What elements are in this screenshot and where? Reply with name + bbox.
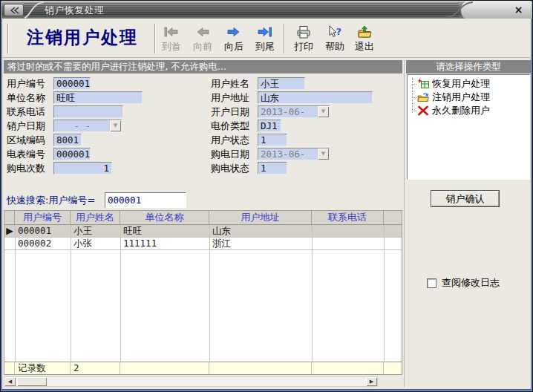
column-header[interactable]: 用户地址 <box>209 211 312 224</box>
cell-phone <box>312 238 384 249</box>
column-header[interactable]: 单位名称 <box>120 211 209 224</box>
footer-cell <box>384 362 402 374</box>
nav-first-button[interactable]: 到首 <box>156 23 187 56</box>
exit-label: 退出 <box>355 42 374 52</box>
view-log-checkbox-row[interactable]: 查阅修改日志 <box>427 277 500 289</box>
window-logo-icon[interactable] <box>4 4 24 16</box>
help-button[interactable]: ? 帮助 <box>319 23 350 56</box>
exit-button[interactable]: 退出 <box>349 23 380 56</box>
chevron-down-icon[interactable]: ▼ <box>110 120 121 131</box>
svg-text:?: ? <box>336 26 342 37</box>
page-title: 注销用户处理 <box>13 26 151 49</box>
phone-field[interactable] <box>53 105 123 118</box>
row-marker-icon: ▶ <box>4 225 15 237</box>
footer-cell <box>312 362 384 374</box>
nav-last-label: 到尾 <box>255 42 275 52</box>
field-label: 用户状态 <box>211 134 249 146</box>
column-header[interactable]: 联系电话 <box>312 211 384 224</box>
cell-user-id: 000002 <box>15 238 71 249</box>
grid-line <box>120 225 121 362</box>
price-type-field[interactable]: DJ1 <box>258 120 281 132</box>
purchase-count-field[interactable]: 1 <box>53 162 112 174</box>
row-marker-empty <box>4 238 15 249</box>
field-label: 单位名称 <box>7 91 45 104</box>
nav-next-label: 向后 <box>224 42 243 52</box>
user-table: 用户编号 用户姓名 单位名称 用户地址 联系电话 ▶ 000001 小王 旺旺 … <box>4 210 402 375</box>
operation-type-list: 恢复用户处理 注销用户处理 永久删除用户 <box>407 74 530 180</box>
list-item-delete-user[interactable]: 永久删除用户 <box>408 104 528 117</box>
user-id-field[interactable]: 000001 <box>53 77 91 90</box>
table-footer-row: 记录数 2 <box>4 362 402 374</box>
list-item-restore-user[interactable]: 恢复用户处理 <box>408 77 528 91</box>
column-header[interactable]: 用户姓名 <box>71 211 120 224</box>
scrollbar-thumb[interactable] <box>17 377 47 386</box>
chevron-down-icon[interactable]: ▼ <box>318 106 329 117</box>
user-name-field[interactable]: 小王 <box>258 77 305 90</box>
nav-last-icon <box>257 23 273 41</box>
footer-cell <box>209 362 312 374</box>
tree-stub <box>412 84 416 85</box>
list-item-logout-user[interactable]: 注销用户处理 <box>408 91 528 104</box>
print-label: 打印 <box>294 42 313 52</box>
column-header[interactable]: 用户编号 <box>15 211 71 224</box>
grid-line <box>15 225 16 362</box>
cell-address: 浙江 <box>209 238 312 249</box>
grid-line <box>312 225 313 362</box>
field-label: 购电次数 <box>7 162 45 174</box>
help-cursor-icon: ? <box>327 23 343 41</box>
user-address-field[interactable]: 山东 <box>258 91 373 104</box>
tree-stub <box>412 111 416 111</box>
chevron-down-icon[interactable]: ▼ <box>318 148 329 160</box>
help-label: 帮助 <box>325 42 344 52</box>
unit-name-field[interactable]: 旺旺 <box>53 91 143 104</box>
grid-line <box>384 225 385 362</box>
nav-next-button[interactable]: 向后 <box>218 23 249 56</box>
purchase-status-field[interactable]: 1 <box>258 162 287 174</box>
search-input[interactable] <box>105 192 186 208</box>
table-row[interactable]: 000002 小张 111111 浙江 <box>4 238 402 250</box>
scroll-left-icon[interactable]: ◀ <box>4 377 16 386</box>
list-item-label: 注销用户处理 <box>432 91 490 102</box>
field-label: 用户姓名 <box>211 77 249 90</box>
toolbar-separator <box>7 24 9 53</box>
cell-address: 山东 <box>209 225 312 237</box>
table-row[interactable]: ▶ 000001 小王 旺旺 山东 <box>4 225 402 238</box>
field-label: 购电日期 <box>211 148 249 160</box>
table-body: ▶ 000001 小王 旺旺 山东 000002 小张 111111 浙江 <box>4 225 402 362</box>
logout-user-icon <box>417 91 429 103</box>
footer-indicator-cell <box>4 362 15 374</box>
meter-no-field[interactable]: 000001 <box>53 148 91 160</box>
cell-user-name: 小张 <box>71 238 120 249</box>
nav-next-icon <box>226 23 242 41</box>
horizontal-scrollbar[interactable]: ◀ ▶ <box>4 376 378 387</box>
nav-last-button[interactable]: 到尾 <box>249 23 281 56</box>
titlebar-swoosh <box>23 1 45 19</box>
open-date-combo[interactable]: 2013-06-02▼ <box>258 105 330 118</box>
scroll-right-icon[interactable]: ▶ <box>366 377 377 386</box>
print-button[interactable]: 打印 <box>288 23 319 56</box>
title-bar: 销户恢复处理 × <box>1 1 532 19</box>
toolbar-separator <box>284 24 285 53</box>
titlebar-cap-curve <box>445 1 474 19</box>
region-code-field[interactable]: 8001 <box>53 134 82 146</box>
purchase-date-combo[interactable]: 2013-06-02▼ <box>258 148 330 160</box>
list-item-label: 永久删除用户 <box>432 105 490 116</box>
nav-prev-button[interactable]: 向前 <box>187 23 218 56</box>
checkbox-icon[interactable] <box>427 278 436 288</box>
cell-user-id: 000001 <box>15 225 71 237</box>
close-icon[interactable]: × <box>512 4 525 16</box>
list-item-label: 恢复用户处理 <box>432 78 490 89</box>
record-count-value: 2 <box>71 362 120 374</box>
nav-prev-label: 向前 <box>193 42 212 52</box>
grid-line <box>209 225 210 362</box>
field-label: 区域编码 <box>7 134 45 146</box>
hint-bar: 将过时的或不需要的用户进行注销处理, 不允许购电... <box>4 60 402 74</box>
record-count-label: 记录数 <box>15 362 71 374</box>
cell-unit-name: 旺旺 <box>120 225 209 237</box>
close-date-combo[interactable]: - -▼ <box>53 120 122 132</box>
confirm-cancel-account-button[interactable]: 销户确认 <box>431 190 500 207</box>
table-header-row: 用户编号 用户姓名 单位名称 用户地址 联系电话 <box>4 211 402 225</box>
nav-first-label: 到首 <box>162 42 181 52</box>
delete-user-icon <box>417 105 429 117</box>
user-status-field[interactable]: 1 <box>258 134 287 146</box>
